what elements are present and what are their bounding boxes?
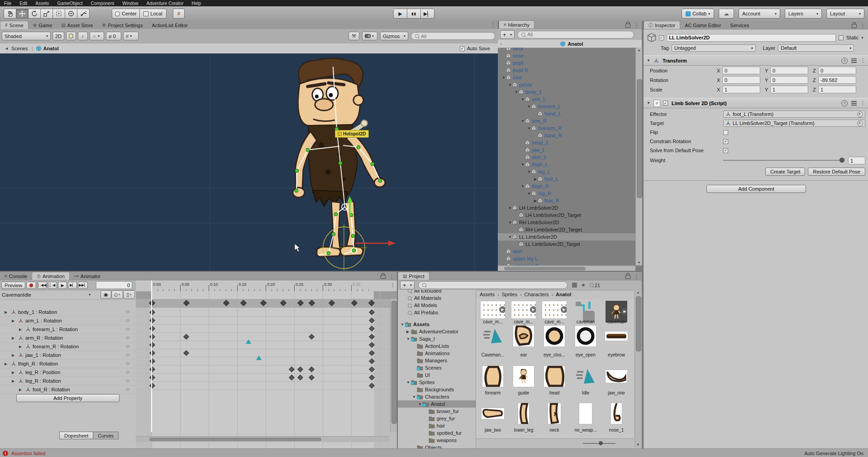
asset-thumb-ear[interactable] xyxy=(513,325,534,347)
hierarchy-item-rh-limbsolver2d_target[interactable]: RH LimbSolver2D_Target xyxy=(498,226,635,233)
inspector-menu-icon[interactable]: ⋮ xyxy=(860,23,865,29)
audio-toggle[interactable]: ♪ xyxy=(78,32,88,40)
asset-thumb-cave-m-[interactable]: ▶ xyxy=(511,301,536,319)
hierarchy-vscrollbar[interactable]: ▲ ▼ xyxy=(635,48,642,265)
folder-spotted_fur[interactable]: spotted_fur xyxy=(398,429,476,437)
scale-x-field[interactable]: 1 xyxy=(722,86,760,93)
expand-icon[interactable]: ▼ xyxy=(527,105,531,109)
hierarchy-item-pupil[interactable]: pupil xyxy=(498,59,635,67)
effects-dropdown[interactable]: ☼▾ xyxy=(90,32,104,40)
dope-row[interactable] xyxy=(136,324,397,333)
hierarchy-item-skirt[interactable]: skirt xyxy=(498,248,635,255)
flip-checkbox[interactable] xyxy=(723,130,728,135)
expand-icon[interactable]: ▼ xyxy=(514,90,519,94)
preview-button[interactable]: Preview xyxy=(1,282,25,289)
gizmos-dropdown[interactable]: Gizmos▾ xyxy=(380,32,408,40)
folder-anatol[interactable]: ▼Anatol xyxy=(398,400,476,408)
scale-z-field[interactable]: 1 xyxy=(818,86,856,93)
timeline-hscrollbar[interactable] xyxy=(136,436,389,442)
target-object-field[interactable]: LL LimbSolver2D_Target (Transform) xyxy=(723,120,865,127)
lock-icon[interactable] xyxy=(625,275,630,279)
hierarchy-item-nose[interactable]: nose xyxy=(498,52,635,59)
rect-tool[interactable] xyxy=(52,9,65,19)
favorite-all-materials[interactable]: All Materials xyxy=(398,294,476,302)
project-search-input[interactable] xyxy=(418,281,568,289)
camera-dropdown[interactable]: ▾ xyxy=(362,32,377,40)
hotspot-label[interactable]: Hotspot2D xyxy=(335,130,369,138)
space-button[interactable]: Local xyxy=(139,9,167,19)
gameobject-name-field[interactable]: LL LimbSolver2D xyxy=(667,34,836,42)
favorite-all-prefabs[interactable]: All Prefabs xyxy=(398,309,476,316)
anim-property-body_1-rotation[interactable]: ▶ body_1 : Rotation ⬭ xyxy=(0,308,136,317)
tab-animation[interactable]: ◷Animation xyxy=(32,272,70,280)
auto-save-checkbox[interactable]: ✓ xyxy=(460,46,465,51)
folder-sprites[interactable]: ▼Sprites xyxy=(398,379,476,386)
anim-property-thigh_r-rotation[interactable]: ▶ thigh_R : Rotation ⬭ xyxy=(0,360,136,368)
status-error-text[interactable]: Assertion failed xyxy=(11,451,45,456)
add-event-button[interactable]: ▯+ xyxy=(123,290,135,299)
tab-ac-game-editor[interactable]: AC Game Editor xyxy=(680,21,725,29)
hierarchy-menu-icon[interactable]: ⋮ xyxy=(634,23,639,29)
expand-icon[interactable]: ▶ xyxy=(12,336,16,340)
menu-gameobject[interactable]: GameObject xyxy=(53,1,86,6)
expand-icon[interactable]: ▶ xyxy=(19,327,24,332)
breadcrumb-sprites[interactable]: Sprites xyxy=(502,292,517,297)
grid-snap-button[interactable]: # xyxy=(173,9,185,19)
hierarchy-item-arm_r[interactable]: ▼arm_R xyxy=(498,117,635,125)
expand-icon[interactable]: ▼ xyxy=(508,206,512,210)
timeline-vscrollbar[interactable] xyxy=(390,299,397,432)
dope-row[interactable] xyxy=(136,341,397,349)
event-marker[interactable] xyxy=(246,339,251,344)
tag-dropdown[interactable]: Untagged▾ xyxy=(672,44,756,52)
expand-icon[interactable]: ▼ xyxy=(418,402,423,406)
search-by-label-icon[interactable]: ★ xyxy=(581,282,586,288)
expand-icon[interactable]: ▼ xyxy=(527,126,531,130)
folder-characters[interactable]: ▼Characters xyxy=(398,393,476,400)
favorite-all-excluded[interactable]: All Excluded xyxy=(398,290,476,294)
help-icon[interactable]: ? xyxy=(841,100,848,106)
asset-thumb-head[interactable] xyxy=(544,366,565,387)
dope-row[interactable] xyxy=(136,316,397,325)
rotation-x-field[interactable]: 0 xyxy=(722,76,760,84)
hierarchy-item-rh-limbsolver2d[interactable]: ▼+RH LimbSolver2D xyxy=(498,219,635,226)
hierarchy-item-thigh_l[interactable]: ▼thigh_L xyxy=(498,161,635,168)
expand-icon[interactable]: ▼ xyxy=(527,170,531,174)
active-checkbox[interactable]: ✓ xyxy=(659,35,664,40)
expand-icon[interactable]: ▶ xyxy=(19,345,24,349)
hierarchy-item-skirt_1[interactable]: skirt_1 xyxy=(498,154,635,161)
hierarchy-item-head_1[interactable]: head_1 xyxy=(498,139,635,146)
add-keyframe-button[interactable]: ◇+ xyxy=(111,290,123,299)
favorite-all-models[interactable]: All Models xyxy=(398,302,476,309)
add-property-button[interactable]: Add Property xyxy=(16,394,119,402)
last-frame-button[interactable]: ▶▶▏ xyxy=(78,282,88,289)
tab-curves[interactable]: Curves xyxy=(93,432,119,439)
scene-panel-menu-icon[interactable]: ⋮ xyxy=(491,22,496,28)
expand-icon[interactable]: ▶ xyxy=(406,330,411,334)
play-badge[interactable]: ▶ xyxy=(621,308,627,315)
slider-knob[interactable] xyxy=(599,441,603,445)
folder-managers[interactable]: Managers xyxy=(398,357,476,364)
expand-icon[interactable]: ▼ xyxy=(412,395,417,399)
breadcrumb-characters[interactable]: Characters xyxy=(525,292,549,297)
status-bar[interactable]: ! Assertion failed Auto Generate Lightin… xyxy=(0,448,868,457)
breadcrumb-assets[interactable]: Assets xyxy=(480,292,495,297)
rotate-tool[interactable] xyxy=(28,9,41,19)
hierarchy-item-body_1[interactable]: ▼body_1 xyxy=(498,88,635,96)
expand-icon[interactable]: ▼ xyxy=(501,76,506,80)
hierarchy-item-forearm_l[interactable]: ▼forearm_L xyxy=(498,103,635,110)
asset-thumb-caveman-[interactable] xyxy=(482,325,504,347)
asset-thumb-idle[interactable] xyxy=(575,366,596,387)
scale-tool[interactable] xyxy=(40,9,53,19)
folder-adventurecreator[interactable]: ▶AdventureCreator xyxy=(398,328,476,335)
back-arrow-icon[interactable]: ◄ xyxy=(5,46,9,51)
hierarchy-item-pupil-r[interactable]: pupil R xyxy=(498,67,635,74)
expand-icon[interactable]: ▼ xyxy=(406,380,411,385)
folder-brown_fur[interactable]: brown_fur xyxy=(398,408,476,415)
ik-target-gizmo[interactable] xyxy=(318,224,399,271)
custom-tool[interactable] xyxy=(77,9,90,19)
hierarchy-item-hand_l[interactable]: hand_L xyxy=(498,110,635,117)
tab-services[interactable]: Services xyxy=(725,21,754,29)
transform-header[interactable]: ▼ Transform ? ⋮ xyxy=(644,55,868,66)
step-button[interactable]: ▶▏ xyxy=(420,9,434,19)
frame-field[interactable]: 0 xyxy=(96,281,132,289)
